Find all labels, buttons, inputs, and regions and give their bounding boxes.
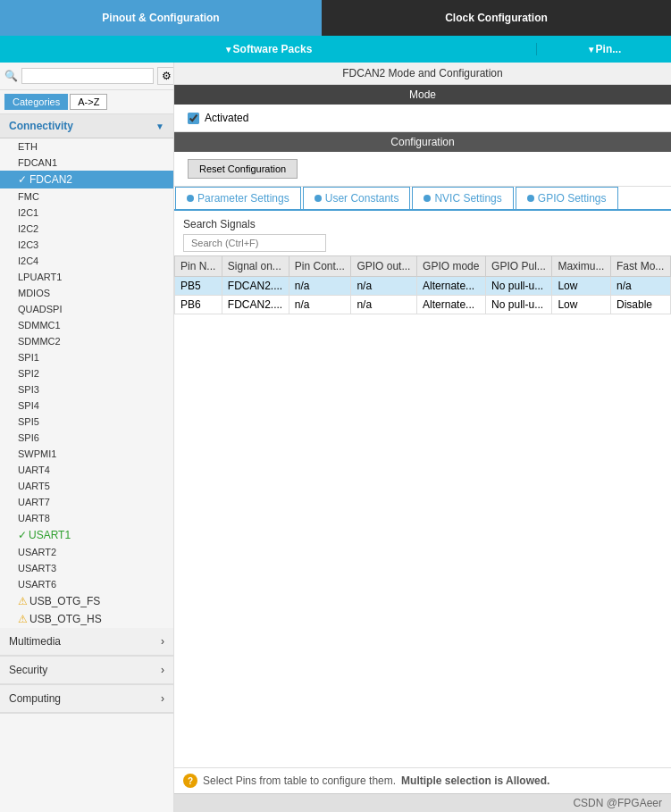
col-gpio-pul: GPIO Pul... (486, 256, 552, 277)
multimedia-section: Multimedia › (0, 628, 173, 657)
table-body: PB5FDCAN2....n/an/aAlternate...No pull-u… (175, 277, 671, 314)
cell-1-6: Low (552, 296, 611, 314)
sidebar-item-uart5[interactable]: UART5 (0, 478, 173, 494)
sidebar-item-uart7[interactable]: UART7 (0, 494, 173, 510)
sidebar-item-usart6[interactable]: USART6 (0, 576, 173, 592)
sidebar-item-usart2[interactable]: USART2 (0, 544, 173, 560)
sidebar-item-sdmmc2[interactable]: SDMMC2 (0, 333, 173, 349)
page-title: FDCAN2 Mode and Configuration (174, 63, 671, 85)
check-icon-usart1: ✓ (18, 529, 27, 541)
activated-checkbox[interactable] (188, 113, 199, 124)
table-row[interactable]: PB6FDCAN2....n/an/aAlternate...No pull-u… (175, 296, 671, 314)
software-packs-tab[interactable]: ▼ Software Packs (0, 43, 537, 55)
sidebar-item-mdios[interactable]: MDIOS (0, 285, 173, 301)
activated-row: Activated (174, 105, 671, 132)
hint-icon: ? (183, 774, 197, 788)
chevron-down-icon: ▼ (224, 45, 233, 54)
connectivity-header[interactable]: Connectivity ▼ (0, 114, 173, 138)
cell-1-0: PB6 (175, 296, 222, 314)
sidebar-item-usart3[interactable]: USART3 (0, 560, 173, 576)
sidebar-item-uart8[interactable]: UART8 (0, 510, 173, 526)
sidebar-item-eth[interactable]: ETH (0, 138, 173, 155)
sidebar-item-usb-otg-hs[interactable]: ⚠ USB_OTG_HS (0, 610, 173, 628)
cell-1-2: n/a (289, 296, 351, 314)
col-fast-mode: Fast Mo... (611, 256, 671, 277)
dot-icon-user (315, 195, 322, 202)
search-bar: 🔍 ⚙ (0, 63, 173, 90)
sidebar-item-quadspi[interactable]: QUADSPI (0, 301, 173, 317)
bottom-hint: ? Select Pins from table to configure th… (174, 767, 671, 793)
chevron-right-icon-2: › (161, 664, 164, 676)
cell-1-7: Disable (611, 296, 671, 314)
sidebar-item-usb-otg-fs[interactable]: ⚠ USB_OTG_FS (0, 592, 173, 610)
config-tabs: Parameter Settings User Constants NVIC S… (174, 187, 671, 211)
sidebar-item-spi3[interactable]: SPI3 (0, 381, 173, 398)
security-label[interactable]: Security › (0, 657, 173, 684)
col-maximum: Maximu... (552, 256, 611, 277)
sidebar-item-fmc[interactable]: FMC (0, 188, 173, 205)
sidebar-item-i2c3[interactable]: I2C3 (0, 237, 173, 253)
sidebar-item-fdcan2[interactable]: ✓ FDCAN2 (0, 171, 173, 188)
footer: CSDN @FPGAeer (174, 793, 671, 812)
tab-categories[interactable]: Categories (4, 94, 68, 110)
pin-table-container: Pin N... Signal on... Pin Cont... GPIO o… (174, 255, 671, 767)
sidebar-item-swpmi1[interactable]: SWPMI1 (0, 446, 173, 462)
config-header: Configuration (174, 132, 671, 152)
table-row[interactable]: PB5FDCAN2....n/an/aAlternate...No pull-u… (175, 277, 671, 296)
hint-text: Select Pins from table to configure them… (203, 774, 396, 787)
sidebar-item-fdcan1[interactable]: FDCAN1 (0, 155, 173, 171)
computing-label[interactable]: Computing › (0, 685, 173, 713)
search-signals-input[interactable] (183, 234, 326, 252)
tab-user-constants[interactable]: User Constants (303, 187, 411, 209)
dot-icon-nvic (424, 195, 431, 202)
cell-0-0: PB5 (175, 277, 222, 296)
table-header-row: Pin N... Signal on... Pin Cont... GPIO o… (175, 256, 671, 277)
cell-0-6: Low (552, 277, 611, 296)
cell-1-1: FDCAN2.... (222, 296, 289, 314)
cell-0-2: n/a (289, 277, 351, 296)
sidebar-item-spi5[interactable]: SPI5 (0, 414, 173, 430)
col-signal-on: Signal on... (222, 256, 289, 277)
col-gpio-out: GPIO out... (351, 256, 417, 277)
search-input[interactable] (21, 68, 154, 84)
sidebar-item-usart1[interactable]: ✓ USART1 (0, 526, 173, 544)
security-section: Security › (0, 657, 173, 685)
clock-header[interactable]: Clock Configuration (322, 0, 671, 36)
cell-0-1: FDCAN2.... (222, 277, 289, 296)
check-icon: ✓ (18, 173, 27, 186)
sidebar: 🔍 ⚙ Categories A->Z Connectivity ▼ ETH F… (0, 63, 174, 812)
dot-icon-param (187, 195, 194, 202)
sidebar-item-sdmmc1[interactable]: SDMMC1 (0, 317, 173, 333)
sidebar-item-spi4[interactable]: SPI4 (0, 398, 173, 414)
settings-button[interactable]: ⚙ (157, 67, 174, 85)
col-gpio-mode: GPIO mode (417, 256, 486, 277)
sidebar-item-i2c2[interactable]: I2C2 (0, 221, 173, 237)
tab-gpio-settings[interactable]: GPIO Settings (516, 187, 618, 209)
sidebar-item-i2c1[interactable]: I2C1 (0, 205, 173, 221)
sidebar-item-spi6[interactable]: SPI6 (0, 430, 173, 446)
chevron-right-icon-3: › (161, 692, 164, 705)
cell-1-3: n/a (351, 296, 417, 314)
hint-bold-text: Multiple selection is Allowed. (401, 774, 549, 787)
pin-table: Pin N... Signal on... Pin Cont... GPIO o… (174, 255, 671, 314)
mode-header: Mode (174, 85, 671, 105)
pinout-small-tab[interactable]: ▼ Pin... (537, 43, 671, 55)
main-content: FDCAN2 Mode and Configuration Mode Activ… (174, 63, 671, 812)
cell-0-3: n/a (351, 277, 417, 296)
tab-az[interactable]: A->Z (70, 94, 107, 110)
sidebar-item-spi2[interactable]: SPI2 (0, 365, 173, 381)
reset-config-button[interactable]: Reset Configuration (188, 159, 298, 179)
cell-0-4: Alternate... (417, 277, 486, 296)
sidebar-item-i2c4[interactable]: I2C4 (0, 253, 173, 269)
col-pin-name: Pin N... (175, 256, 222, 277)
multimedia-label[interactable]: Multimedia › (0, 628, 173, 656)
pinout-header[interactable]: Pinout & Configuration (0, 0, 322, 36)
sidebar-item-lpuart1[interactable]: LPUART1 (0, 269, 173, 285)
tab-parameter-settings[interactable]: Parameter Settings (175, 187, 301, 209)
chevron-icon: ▼ (155, 121, 164, 131)
tab-nvic-settings[interactable]: NVIC Settings (412, 187, 513, 209)
sidebar-item-uart4[interactable]: UART4 (0, 462, 173, 478)
sidebar-tabs: Categories A->Z (0, 90, 173, 114)
sidebar-item-spi1[interactable]: SPI1 (0, 349, 173, 365)
search-signals-row: Search Signals (174, 211, 671, 255)
